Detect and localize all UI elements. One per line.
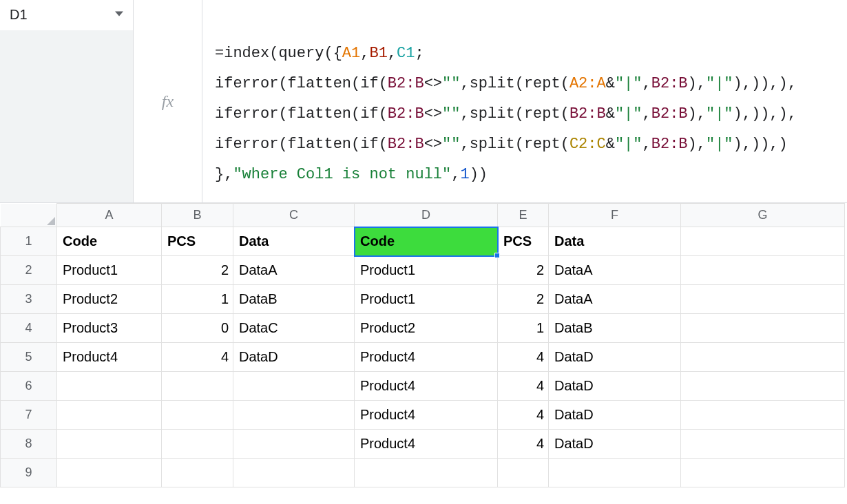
name-box-backdrop <box>0 30 133 202</box>
cell-C9[interactable] <box>233 459 355 487</box>
cell-G7[interactable] <box>681 401 845 430</box>
row-header-6[interactable]: 6 <box>1 372 57 401</box>
fx-label: fx <box>134 0 202 202</box>
cell-E4[interactable]: 1 <box>498 314 549 343</box>
fx-icon: fx <box>162 92 174 111</box>
cell-E2[interactable]: 2 <box>498 256 549 285</box>
cell-C8[interactable] <box>233 430 355 459</box>
cell-E3[interactable]: 2 <box>498 285 549 314</box>
select-all-corner[interactable] <box>1 204 57 227</box>
row-header-9[interactable]: 9 <box>1 459 57 487</box>
cell-E9[interactable] <box>498 459 549 487</box>
cell-C3[interactable]: DataB <box>233 285 355 314</box>
cell-D3[interactable]: Product1 <box>355 285 498 314</box>
name-box-value: D1 <box>10 7 28 23</box>
cell-B8[interactable] <box>162 430 233 459</box>
cell-E6[interactable]: 4 <box>498 372 549 401</box>
cell-D9[interactable] <box>355 459 498 487</box>
cell-C5[interactable]: DataD <box>233 343 355 372</box>
cell-A4[interactable]: Product3 <box>57 314 162 343</box>
selection-handle[interactable] <box>494 253 500 258</box>
cell-A3[interactable]: Product2 <box>57 285 162 314</box>
cell-G5[interactable] <box>681 343 845 372</box>
cell-C2[interactable]: DataA <box>233 256 355 285</box>
cell-D5[interactable]: Product4 <box>355 343 498 372</box>
cell-B7[interactable] <box>162 401 233 430</box>
cell-E1[interactable]: PCS <box>498 227 549 256</box>
cell-F6[interactable]: DataD <box>549 372 681 401</box>
row-header-7[interactable]: 7 <box>1 401 57 430</box>
col-header-D[interactable]: D <box>355 204 498 227</box>
cell-A9[interactable] <box>57 459 162 487</box>
cell-D1[interactable]: Code <box>355 227 498 256</box>
name-box[interactable]: D1 <box>0 0 134 202</box>
cell-G3[interactable] <box>681 285 845 314</box>
cell-A6[interactable] <box>57 372 162 401</box>
row-header-5[interactable]: 5 <box>1 343 57 372</box>
cell-F1[interactable]: Data <box>549 227 681 256</box>
cell-B5[interactable]: 4 <box>162 343 233 372</box>
cell-C1[interactable]: Data <box>233 227 355 256</box>
cell-B6[interactable] <box>162 372 233 401</box>
cell-E8[interactable]: 4 <box>498 430 549 459</box>
cell-G4[interactable] <box>681 314 845 343</box>
chevron-down-icon <box>115 7 123 21</box>
row-header-3[interactable]: 3 <box>1 285 57 314</box>
cell-C6[interactable] <box>233 372 355 401</box>
cell-C7[interactable] <box>233 401 355 430</box>
cell-A5[interactable]: Product4 <box>57 343 162 372</box>
cell-G2[interactable] <box>681 256 845 285</box>
cell-B3[interactable]: 1 <box>162 285 233 314</box>
cell-A2[interactable]: Product1 <box>57 256 162 285</box>
cell-F4[interactable]: DataB <box>549 314 681 343</box>
cell-D2[interactable]: Product1 <box>355 256 498 285</box>
cell-D8[interactable]: Product4 <box>355 430 498 459</box>
col-header-E[interactable]: E <box>498 204 549 227</box>
cell-D7[interactable]: Product4 <box>355 401 498 430</box>
col-header-G[interactable]: G <box>681 204 845 227</box>
cell-D4[interactable]: Product2 <box>355 314 498 343</box>
row-header-1[interactable]: 1 <box>1 227 57 256</box>
cell-A1[interactable]: Code <box>57 227 162 256</box>
cell-G8[interactable] <box>681 430 845 459</box>
cell-B9[interactable] <box>162 459 233 487</box>
cell-F7[interactable]: DataD <box>549 401 681 430</box>
cell-B4[interactable]: 0 <box>162 314 233 343</box>
col-header-F[interactable]: F <box>549 204 681 227</box>
spreadsheet-grid[interactable]: A B C D E F G 1 Code PCS Data Code PCS D… <box>0 203 845 487</box>
cell-G1[interactable] <box>681 227 845 256</box>
cell-B2[interactable]: 2 <box>162 256 233 285</box>
cell-F3[interactable]: DataA <box>549 285 681 314</box>
cell-C4[interactable]: DataC <box>233 314 355 343</box>
cell-F9[interactable] <box>549 459 681 487</box>
cell-A8[interactable] <box>57 430 162 459</box>
row-header-8[interactable]: 8 <box>1 430 57 459</box>
formula-bar[interactable]: =index(query({A1,B1,C1; iferror(flatten(… <box>202 0 847 202</box>
cell-G9[interactable] <box>681 459 845 487</box>
col-header-C[interactable]: C <box>233 204 355 227</box>
cell-D6[interactable]: Product4 <box>355 372 498 401</box>
cell-E7[interactable]: 4 <box>498 401 549 430</box>
cell-G6[interactable] <box>681 372 845 401</box>
col-header-A[interactable]: A <box>57 204 162 227</box>
cell-A7[interactable] <box>57 401 162 430</box>
cell-F2[interactable]: DataA <box>549 256 681 285</box>
cell-F5[interactable]: DataD <box>549 343 681 372</box>
cell-B1[interactable]: PCS <box>162 227 233 256</box>
cell-E5[interactable]: 4 <box>498 343 549 372</box>
row-header-2[interactable]: 2 <box>1 256 57 285</box>
row-header-4[interactable]: 4 <box>1 314 57 343</box>
col-header-B[interactable]: B <box>162 204 233 227</box>
cell-F8[interactable]: DataD <box>549 430 681 459</box>
